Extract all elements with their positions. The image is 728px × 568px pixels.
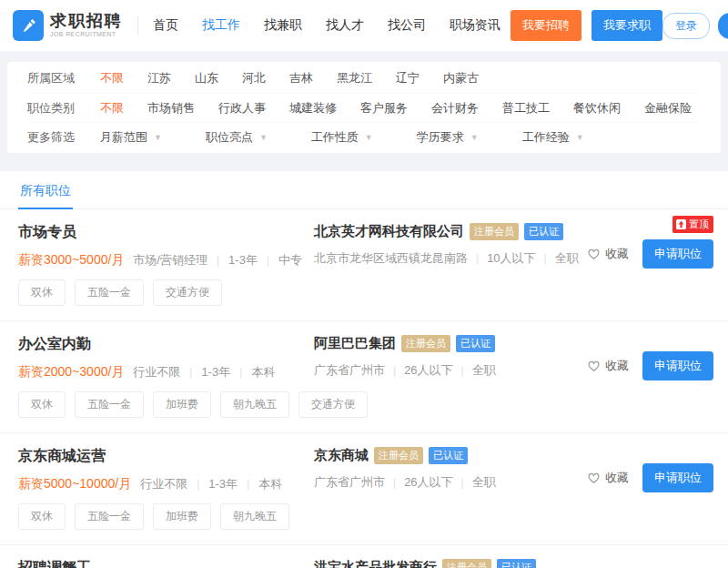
filter-option[interactable]: 黑龙江 (337, 70, 372, 86)
header: 求职招聘 JOB RECRUITMENT 首页找工作找兼职找人才找公司职场资讯 … (0, 0, 728, 51)
nav-item-找兼职[interactable]: 找兼职 (264, 17, 302, 34)
job-tag: 双休 (18, 391, 66, 418)
nav-item-首页[interactable]: 首页 (153, 17, 178, 34)
job-card: 招聘调蟹工 薪资2000~3000/月普工技工|经验不限|学历不限 年终奖双休五… (0, 545, 728, 568)
filter-option[interactable]: 内蒙古 (443, 70, 479, 86)
company-name[interactable]: 洪宝水产品批发商行 (314, 559, 437, 568)
job-meta-item: 行业不限 (140, 476, 187, 492)
nav-item-找人才[interactable]: 找人才 (326, 17, 364, 34)
filter-option[interactable]: 城建装修 (289, 100, 337, 117)
job-card: 市场专员 薪资3000~5000/月市场/营销经理|1-3年|中专 双休五险一金… (0, 209, 728, 321)
nav-item-找公司[interactable]: 找公司 (388, 17, 426, 34)
nav-item-找工作[interactable]: 找工作 (202, 17, 240, 34)
filter-row-0: 所属区域不限江苏山东河北吉林黑龙江辽宁内蒙古 (27, 64, 701, 93)
filter-option[interactable]: 市场销售 (147, 100, 195, 117)
verified-badge: 已认证 (429, 447, 468, 464)
filter-label: 职位类别 (27, 100, 100, 117)
filter-option[interactable]: 辽宁 (396, 70, 420, 86)
chevron-down-icon: ▼ (154, 133, 162, 142)
job-salary: 薪资2000~3000/月 (18, 364, 124, 380)
separator: | (461, 364, 464, 377)
job-left: 市场专员 薪资3000~5000/月市场/营销经理|1-3年|中专 双休五险一金… (18, 223, 314, 306)
job-company: 京东商城 注册会员已认证 广东省广州市|26人以下|全职 (314, 447, 496, 491)
filter-dropdown[interactable]: 职位亮点▼ (206, 129, 268, 146)
filter-dropdown-label: 职位亮点 (206, 129, 253, 146)
filter-option[interactable]: 山东 (195, 70, 218, 86)
login-button[interactable]: 登录 (662, 13, 710, 39)
favorite-label: 收藏 (605, 358, 629, 374)
company-info-item: 26人以下 (404, 362, 452, 379)
tab-all-jobs[interactable]: 所有职位 (18, 171, 73, 209)
post-job-button[interactable]: 我要招聘 (511, 10, 581, 41)
company-name[interactable]: 京东商城 (314, 447, 369, 464)
apply-button[interactable]: 申请职位 (642, 463, 713, 492)
filter-dropdown-label: 工作经验 (522, 129, 570, 146)
filter-dropdown[interactable]: 月薪范围▼ (100, 129, 162, 146)
pinned-label: 置顶 (689, 218, 709, 231)
filter-option[interactable]: 客户服务 (360, 100, 408, 117)
job-company: 北京英才网科技有限公司 注册会员已认证 北京市龙华区域西镇龙昆南路|10人以下|… (314, 223, 579, 267)
member-badge: 注册会员 (374, 447, 423, 464)
separator: | (247, 478, 249, 491)
register-button[interactable]: 注册 (718, 13, 728, 39)
company-info-item: 26人以下 (404, 474, 452, 491)
company-info-item: 10人以下 (487, 250, 535, 267)
job-tag: 五险一金 (75, 279, 144, 306)
filter-options: 不限市场销售行政人事城建装修客户服务会计财务普工技工餐饮休闲金融保险 (100, 100, 692, 117)
job-meta-item: 中专 (278, 252, 302, 269)
job-tag: 双休 (18, 503, 66, 530)
filter-option[interactable]: 江苏 (147, 70, 171, 86)
filter-option[interactable]: 吉林 (289, 70, 313, 86)
filter-option[interactable]: 普工技工 (502, 100, 550, 117)
job-title[interactable]: 办公室内勤 (18, 335, 314, 354)
favorite-button[interactable]: 收藏 (587, 358, 629, 374)
job-tags: 双休五险一金加班费朝九晚五 (18, 503, 314, 530)
job-tag: 朝九晚五 (220, 503, 289, 530)
filter-dropdown[interactable]: 工作经验▼ (522, 129, 584, 146)
pin-icon (676, 219, 686, 229)
job-tag: 朝九晚五 (220, 391, 289, 418)
auth-area: 登录 注册 (662, 13, 728, 39)
favorite-button[interactable]: 收藏 (587, 470, 629, 486)
job-meta-item: 市场/营销经理 (133, 252, 207, 269)
filter-row-1: 职位类别不限市场销售行政人事城建装修客户服务会计财务普工技工餐饮休闲金融保险 (27, 93, 701, 122)
company-name[interactable]: 阿里巴巴集团 (314, 335, 396, 352)
filter-option[interactable]: 不限 (100, 100, 124, 117)
logo[interactable]: 求职招聘 JOB RECRUITMENT (13, 10, 123, 41)
favorite-label: 收藏 (605, 246, 629, 262)
job-company: 洪宝水产品批发商行 注册会员已认证 江苏省宝应县山阳镇苏中水产批发市场|10人以… (314, 559, 626, 568)
job-card: 京东商城运营 薪资5000~10000/月行业不限|1-3年|本科 双休五险一金… (0, 433, 728, 545)
company-info: 北京市龙华区域西镇龙昆南路|10人以下|全职 (314, 250, 579, 267)
company-info-item: 全职 (472, 362, 496, 379)
company-info-item: 全职 (555, 250, 579, 267)
apply-button[interactable]: 申请职位 (642, 239, 713, 269)
job-card: 办公室内勤 薪资2000~3000/月行业不限|1-3年|本科 双休五险一金加班… (0, 321, 728, 433)
job-title[interactable]: 京东商城运营 (18, 447, 314, 466)
filter-dropdown[interactable]: 工作性质▼ (311, 129, 373, 146)
job-title[interactable]: 市场专员 (18, 223, 314, 242)
seek-job-button[interactable]: 我要求职 (592, 10, 662, 41)
job-company: 阿里巴巴集团 注册会员已认证 广东省广州市|26人以下|全职 (314, 335, 496, 379)
nav-item-职场资讯[interactable]: 职场资讯 (450, 17, 500, 34)
filter-option[interactable]: 金融保险 (644, 100, 692, 117)
filter-row-2: 更多筛选月薪范围▼职位亮点▼工作性质▼学历要求▼工作经验▼ (27, 122, 701, 151)
chevron-down-icon: ▼ (259, 133, 268, 142)
filter-options: 不限江苏山东河北吉林黑龙江辽宁内蒙古 (100, 70, 479, 86)
separator: | (393, 364, 396, 377)
filter-label: 所属区域 (27, 70, 100, 86)
company-name[interactable]: 北京英才网科技有限公司 (314, 223, 464, 240)
filter-dropdown[interactable]: 学历要求▼ (417, 129, 479, 146)
apply-button[interactable]: 申请职位 (642, 351, 713, 380)
job-meta-item: 1-3年 (201, 364, 230, 380)
filter-option[interactable]: 餐饮休闲 (573, 100, 621, 117)
job-title[interactable]: 招聘调蟹工 (18, 559, 314, 568)
filter-option[interactable]: 河北 (242, 70, 266, 86)
separator: | (239, 366, 242, 379)
job-tag: 五险一金 (75, 391, 144, 418)
job-actions: 收藏 申请职位 (587, 463, 713, 492)
filter-option[interactable]: 不限 (100, 70, 124, 86)
filter-option[interactable]: 行政人事 (218, 100, 266, 117)
filter-option[interactable]: 会计财务 (431, 100, 479, 117)
company-info-item: 全职 (472, 474, 496, 491)
favorite-button[interactable]: 收藏 (587, 246, 629, 262)
